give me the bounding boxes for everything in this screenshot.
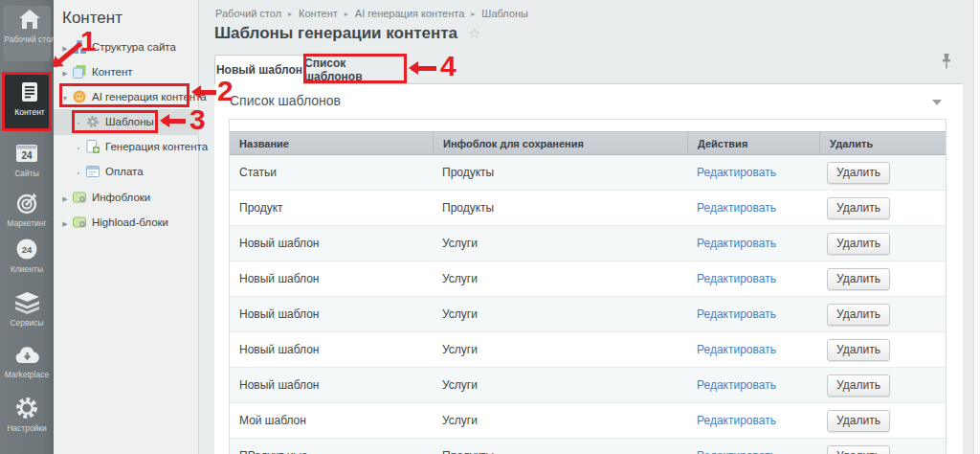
table-row: ПРодукт нью Продукты Редактировать Удали… xyxy=(230,439,946,454)
edit-link[interactable]: Редактировать xyxy=(697,307,776,321)
table-row: Новый шаблон Услуги Редактировать Удалит… xyxy=(230,368,946,403)
template-name: Новый шаблон xyxy=(230,237,433,250)
template-infoblock: Услуги xyxy=(433,272,687,285)
expand-icon[interactable] xyxy=(59,192,71,203)
edit-link[interactable]: Редактировать xyxy=(697,272,776,285)
bullet-icon xyxy=(73,166,84,177)
svg-text:24: 24 xyxy=(21,150,33,161)
template-name: Мой шаблон xyxy=(230,414,433,427)
template-name: Новый шаблон xyxy=(230,378,433,392)
delete-button[interactable]: Удалить xyxy=(827,197,890,219)
template-infoblock: Услуги xyxy=(433,343,687,356)
collapse-section-icon[interactable] xyxy=(932,100,942,105)
templates-table: Название Инфоблок для сохранения Действи… xyxy=(229,119,947,454)
section-title: Список шаблонов xyxy=(230,93,341,108)
template-infoblock: Продукты xyxy=(433,166,687,179)
delete-button[interactable]: Удалить xyxy=(827,410,890,432)
tree-item-infoblocks[interactable]: Инфоблоки xyxy=(54,185,199,210)
edit-link[interactable]: Редактировать xyxy=(697,166,776,179)
tree-item-content-generation[interactable]: Генерация контента xyxy=(54,134,199,159)
annotation-box-4 xyxy=(303,54,407,83)
scrollbar-track[interactable] xyxy=(973,0,980,454)
template-name: ПРодукт нью xyxy=(230,449,433,454)
annotation-box-2 xyxy=(59,83,189,107)
edit-link[interactable]: Редактировать xyxy=(697,378,776,392)
template-infoblock: Услуги xyxy=(433,414,687,427)
annotation-arrow-2-icon xyxy=(194,90,216,95)
pin-icon[interactable] xyxy=(941,53,952,73)
favorite-star-icon[interactable]: ☆ xyxy=(468,25,480,42)
cloud-download-icon xyxy=(0,341,54,368)
table-row: Новый шаблон Услуги Редактировать Удалит… xyxy=(230,332,946,368)
table-row: Статьи Продукты Редактировать Удалить xyxy=(230,155,946,191)
delete-button[interactable]: Удалить xyxy=(827,375,890,397)
window-24-icon: 24 xyxy=(0,140,54,167)
delete-button[interactable]: Удалить xyxy=(827,233,890,255)
delete-button[interactable]: Удалить xyxy=(827,304,890,326)
breadcrumb-item[interactable]: Контент xyxy=(299,8,338,19)
edit-link[interactable]: Редактировать xyxy=(697,201,776,215)
sidebar-item-label: Сайты xyxy=(0,169,54,178)
sidebar-item-clients[interactable]: 24 Клиенты xyxy=(0,236,54,274)
generation-plus-icon xyxy=(86,140,100,154)
sidebar-item-label: Marketplace xyxy=(0,370,54,379)
column-header-name: Название xyxy=(230,132,433,154)
content-panel: Список шаблонов Название Инфоблок для со… xyxy=(214,83,963,454)
sidebar-item-settings[interactable]: Настройки xyxy=(0,395,54,433)
expand-icon[interactable] xyxy=(59,216,71,228)
annotation-box-3 xyxy=(72,110,158,133)
tree-item-payment[interactable]: Оплата xyxy=(54,159,199,184)
sidebar-item-services[interactable]: Сервисы xyxy=(0,289,54,328)
sidebar-item-desktop[interactable]: Рабочий стол xyxy=(3,6,51,61)
annotation-arrow-3-icon xyxy=(163,119,186,124)
breadcrumb-item[interactable]: Рабочий стол xyxy=(215,8,281,19)
table-row: Мой шаблон Услуги Редактировать Удалить xyxy=(230,403,946,439)
infoblocks-icon xyxy=(73,191,87,205)
template-name: Продукт xyxy=(230,201,433,215)
edit-link[interactable]: Редактировать xyxy=(697,414,776,427)
layers-icon xyxy=(0,289,54,316)
breadcrumb-item[interactable]: Шаблоны xyxy=(481,8,528,19)
payment-grid-icon xyxy=(86,165,100,179)
breadcrumb-separator-icon: ▸ xyxy=(288,10,292,18)
target-icon xyxy=(0,190,54,216)
table-row: Новый шаблон Услуги Редактировать Удалит… xyxy=(230,226,946,261)
template-name: Новый шаблон xyxy=(230,307,433,321)
breadcrumb-item[interactable]: AI генерация контента xyxy=(355,8,465,19)
sidebar-item-label: Клиенты xyxy=(0,264,54,274)
template-name: Новый шаблон xyxy=(230,272,433,285)
table-header-row: Название Инфоблок для сохранения Действи… xyxy=(230,131,946,155)
annotation-box-1 xyxy=(2,72,52,131)
page-title: Шаблоны генерации контента ☆ xyxy=(214,24,480,43)
tree-item-label: Структура сайта xyxy=(92,41,176,53)
sidebar-item-marketing[interactable]: Маркетинг xyxy=(0,190,54,228)
tree-item-label: Инфоблоки xyxy=(92,192,150,203)
table-row: Продукт Продукты Редактировать Удалить xyxy=(230,191,946,226)
edit-link[interactable]: Редактировать xyxy=(697,237,776,250)
sidebar-item-sites[interactable]: 24 Сайты xyxy=(0,140,54,178)
annotation-number-1: 1 xyxy=(80,27,97,56)
sidebar-item-label: Рабочий стол xyxy=(3,34,56,44)
tree-item-content[interactable]: Контент xyxy=(54,59,199,84)
tree-item-label: Контент xyxy=(92,66,133,78)
edit-link[interactable]: Редактировать xyxy=(697,343,776,356)
delete-button[interactable]: Удалить xyxy=(827,268,890,290)
edit-link[interactable]: Редактировать xyxy=(697,449,776,454)
highload-blocks-icon xyxy=(73,216,87,230)
breadcrumb-separator-icon: ▸ xyxy=(345,10,348,18)
annotation-number-3: 3 xyxy=(189,105,206,134)
delete-button[interactable]: Удалить xyxy=(827,162,890,184)
tree-sidebar: Контент Структура сайта Контент AI генер… xyxy=(54,0,199,454)
circle-24-icon: 24 xyxy=(0,236,54,262)
svg-text:24: 24 xyxy=(22,244,33,255)
delete-button[interactable]: Удалить xyxy=(827,339,890,361)
bitrix-admin-window: Рабочий стол Контент 24 Сайты Маркетинг xyxy=(0,0,980,454)
template-name: Новый шаблон xyxy=(230,343,433,356)
annotation-arrow-4-icon xyxy=(412,66,436,71)
column-header-delete: Удалить xyxy=(819,132,944,154)
sidebar-item-marketplace[interactable]: Marketplace xyxy=(0,341,54,379)
tree-item-highload-blocks[interactable]: Highload-блоки xyxy=(54,210,199,235)
delete-button[interactable]: Удалить xyxy=(827,445,890,454)
breadcrumb-separator-icon: ▸ xyxy=(471,10,475,18)
tree-item-label: Оплата xyxy=(105,166,144,177)
